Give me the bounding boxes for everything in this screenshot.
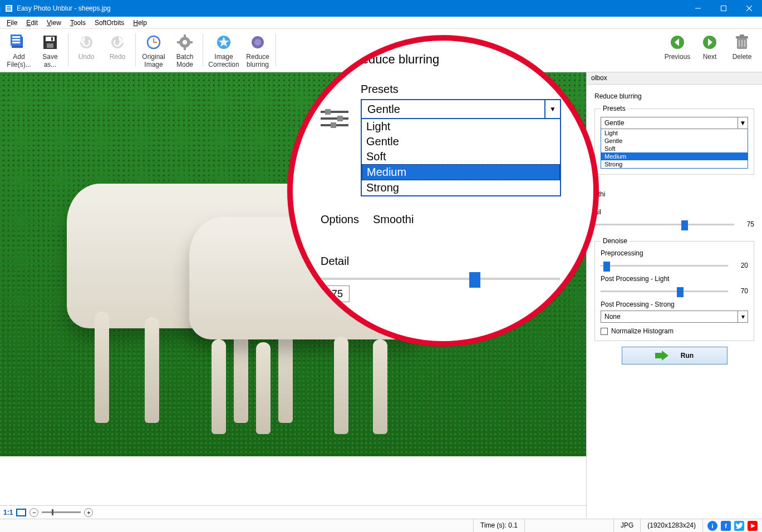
menu-file[interactable]: File [2, 18, 22, 28]
reduce-blur-icon [249, 33, 267, 51]
zoom-slider[interactable] [42, 511, 81, 513]
next-label: Next [695, 53, 724, 61]
add-files-icon [10, 33, 28, 51]
svg-rect-6 [721, 6, 726, 11]
facebook-icon[interactable]: f [721, 521, 731, 531]
toolbox-title: olbox [587, 72, 762, 85]
svg-rect-46 [331, 122, 336, 128]
zoom-ratio[interactable]: 1:1 [3, 509, 13, 516]
chevron-down-icon: ▼ [544, 100, 560, 118]
batch-mode-button[interactable]: Batch Mode [169, 31, 200, 71]
add-files-label: Add File(s)... [4, 53, 33, 69]
reduce-blurring-button[interactable]: Reduce blurring [242, 31, 273, 71]
poststrong-combo[interactable]: None ▾ [601, 311, 748, 323]
next-button[interactable]: Next [694, 31, 725, 63]
run-button[interactable]: Run [622, 347, 727, 364]
svg-rect-14 [51, 37, 53, 41]
poststrong-value: None [601, 313, 738, 321]
previous-button[interactable]: Previous [662, 31, 693, 63]
preset-option-soft[interactable]: Soft [601, 145, 748, 152]
preprocessing-label: Preprocessing [601, 249, 748, 257]
svg-rect-12 [46, 37, 55, 41]
mag-detail-slider[interactable] [321, 272, 560, 285]
canvas-footer: 1:1 − + [0, 505, 586, 519]
menu-softorbits[interactable]: SoftOrbits [90, 18, 129, 28]
smoothing-partial-label: othi [594, 190, 754, 198]
status-bar: Time (s): 0.1 JPG (1920x1283x24) i f [0, 519, 762, 532]
mag-presets-list[interactable]: Light Gentle Soft Medium Strong [361, 119, 561, 196]
svg-rect-23 [184, 47, 186, 50]
presets-combo-value: Gentle [601, 119, 738, 127]
mag-detail-label: Detail [321, 255, 577, 268]
preset-option-gentle[interactable]: Gentle [601, 137, 748, 145]
correction-icon [215, 33, 233, 51]
app-icon [4, 4, 13, 13]
info-icon[interactable]: i [707, 521, 717, 531]
normalize-histogram-label: Normalize Histogram [611, 327, 673, 335]
preset-option-medium[interactable]: Medium [601, 152, 748, 160]
svg-rect-25 [189, 41, 193, 43]
image-correction-button[interactable]: Image Correction [205, 31, 242, 71]
undo-button[interactable]: Undo [71, 31, 102, 63]
mag-presets-combo[interactable]: Gentle ▼ [361, 99, 561, 119]
redo-button[interactable]: Redo [102, 31, 133, 63]
mag-option-medium[interactable]: Medium [362, 164, 560, 180]
denoise-legend: Denoise [601, 237, 630, 245]
close-button[interactable] [736, 0, 762, 17]
mag-option-soft[interactable]: Soft [362, 149, 560, 164]
svg-rect-2 [7, 6, 11, 7]
detail-slider[interactable] [594, 219, 734, 229]
magnifier-callout: Reduce blurring Presets Gentle ▼ [287, 35, 599, 347]
presets-group: Presets Gentle ▼ Light Gentle Soft Mediu… [594, 105, 754, 175]
normalize-histogram-checkbox[interactable]: Normalize Histogram [601, 327, 748, 335]
detail-value: 75 [739, 220, 754, 228]
save-icon [41, 33, 59, 51]
sliders-icon [321, 107, 348, 130]
svg-rect-4 [7, 9, 11, 11]
fit-screen-icon[interactable] [16, 509, 26, 516]
postlight-value: 70 [732, 287, 748, 295]
trash-icon [733, 33, 751, 51]
presets-legend: Presets [601, 105, 628, 112]
add-files-button[interactable]: Add File(s)... [3, 31, 35, 71]
youtube-icon[interactable] [748, 521, 758, 531]
svg-rect-24 [177, 41, 180, 43]
preset-option-light[interactable]: Light [601, 129, 748, 137]
postlight-slider[interactable] [601, 286, 728, 296]
mag-presets-label: Presets [361, 83, 577, 96]
gear-icon [176, 33, 194, 51]
svg-rect-3 [7, 8, 11, 9]
chevron-down-icon: ▼ [738, 117, 748, 129]
delete-button[interactable]: Delete [726, 31, 758, 63]
status-time: Time (s): 0.1 [474, 519, 525, 532]
denoise-group: Denoise Preprocessing 20 Post Processing… [594, 237, 754, 341]
maximize-button[interactable] [711, 0, 736, 17]
presets-combo[interactable]: Gentle ▼ [601, 117, 748, 129]
delete-label: Delete [727, 53, 756, 61]
status-dimensions: (1920x1283x24) [641, 519, 703, 532]
menu-view[interactable]: View [42, 18, 66, 28]
menu-edit[interactable]: Edit [22, 18, 42, 28]
mag-option-light[interactable]: Light [362, 119, 560, 134]
menu-bar: File Edit View Tools SoftOrbits Help [0, 17, 762, 29]
mag-smoothing-label: Smoothi [373, 213, 577, 226]
save-as-button[interactable]: Save as... [35, 31, 66, 71]
preset-option-strong[interactable]: Strong [601, 160, 748, 168]
zoom-out-button[interactable]: − [30, 508, 38, 517]
previous-label: Previous [663, 53, 692, 61]
save-as-label: Save as... [36, 53, 65, 69]
presets-dropdown-list[interactable]: Light Gentle Soft Medium Strong [601, 129, 748, 169]
original-image-button[interactable]: Original Image [138, 31, 169, 71]
mag-option-gentle[interactable]: Gentle [362, 134, 560, 149]
menu-tools[interactable]: Tools [66, 18, 90, 28]
zoom-in-button[interactable]: + [84, 508, 93, 517]
twitter-icon[interactable] [734, 521, 744, 531]
minimize-button[interactable] [685, 0, 711, 17]
menu-help[interactable]: Help [129, 18, 151, 28]
clock-icon [145, 33, 163, 51]
next-icon [701, 33, 719, 51]
preprocessing-slider[interactable] [601, 260, 728, 270]
mag-presets-value: Gentle [362, 103, 544, 116]
social-links: i f [703, 521, 762, 531]
mag-option-strong[interactable]: Strong [362, 180, 560, 195]
